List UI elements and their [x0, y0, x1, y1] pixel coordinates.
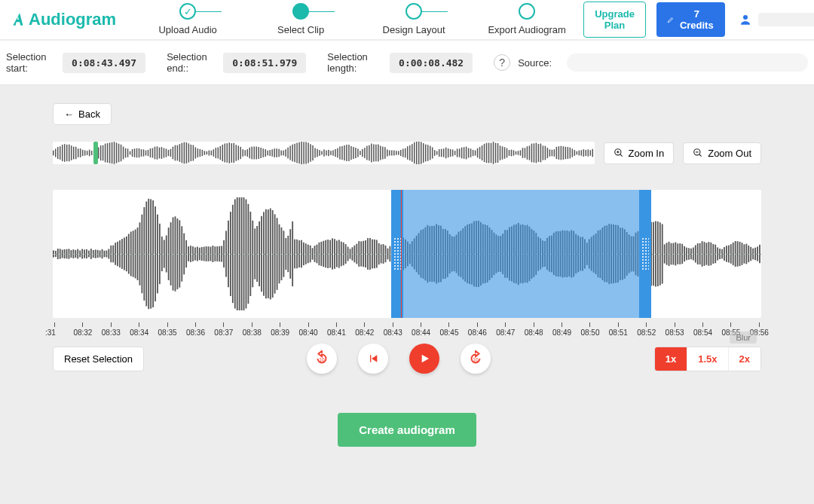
svg-rect-193 [486, 143, 487, 163]
forward-10-button[interactable]: 10 [461, 344, 491, 374]
svg-rect-184 [466, 147, 467, 160]
svg-rect-162 [416, 142, 417, 164]
svg-rect-171 [436, 151, 437, 155]
svg-rect-54 [173, 147, 173, 160]
svg-rect-163 [418, 142, 419, 164]
playback-speed-group: 1x 1.5x 2x [654, 347, 761, 371]
zoom-out-icon [693, 148, 703, 158]
step-check-icon [179, 3, 196, 20]
playback-controls: 10 10 [144, 344, 654, 374]
svg-rect-31 [121, 145, 121, 161]
selection-length-label: Selection length: [327, 51, 382, 74]
playhead[interactable] [401, 190, 402, 318]
zoom-out-button[interactable]: Zoom Out [683, 142, 761, 164]
svg-rect-177 [450, 149, 451, 157]
svg-rect-79 [229, 142, 230, 163]
svg-rect-130 [344, 145, 344, 160]
step-design-layout[interactable]: Design Layout [357, 0, 470, 35]
svg-rect-43 [148, 150, 148, 156]
play-button[interactable] [409, 344, 439, 374]
pencil-icon [667, 15, 675, 24]
selection-region[interactable] [391, 190, 651, 318]
svg-rect-230 [570, 148, 571, 159]
svg-rect-25 [107, 143, 108, 163]
svg-rect-117 [314, 148, 315, 158]
play-icon [418, 353, 430, 365]
svg-rect-42 [145, 151, 146, 156]
svg-rect-84 [240, 147, 240, 159]
svg-rect-161 [414, 142, 415, 163]
svg-rect-4 [60, 146, 60, 160]
svg-rect-35 [130, 151, 130, 155]
source-area: ? Source: [494, 53, 808, 72]
step-select-clip[interactable]: Select Clip [244, 0, 357, 35]
svg-rect-181 [459, 148, 460, 157]
selection-handle-right[interactable] [639, 190, 651, 318]
svg-rect-238 [588, 149, 589, 156]
step-export-audiogram[interactable]: Export Audiogram [470, 0, 583, 35]
svg-rect-145 [378, 145, 378, 162]
zoom-in-button[interactable]: Zoom In [604, 142, 675, 164]
selection-start-label: Selection start: [6, 51, 55, 74]
brand-text: Audiogram [29, 10, 116, 29]
svg-rect-197 [495, 143, 496, 163]
credits-button[interactable]: 7 Credits [656, 2, 725, 37]
svg-rect-155 [400, 150, 401, 156]
user-area[interactable] [739, 13, 814, 26]
brand-logo: Audiogram [11, 10, 116, 29]
svg-rect-59 [184, 142, 185, 163]
svg-rect-13 [80, 148, 81, 157]
overview-thumb[interactable] [93, 142, 98, 164]
skip-previous-button[interactable] [358, 344, 388, 374]
svg-rect-239 [590, 150, 591, 155]
svg-rect-112 [303, 142, 304, 163]
svg-rect-39 [139, 148, 139, 157]
svg-rect-100 [276, 148, 277, 157]
svg-rect-23 [103, 145, 103, 161]
svg-rect-83 [237, 145, 238, 160]
selection-end-value: 0:08:51.979 [223, 53, 306, 73]
svg-rect-240 [592, 149, 593, 157]
svg-rect-8 [69, 145, 69, 162]
svg-rect-38 [136, 148, 137, 157]
overview-waveform[interactable] [53, 142, 595, 164]
svg-rect-29 [116, 142, 117, 163]
source-help-icon[interactable]: ? [494, 54, 510, 71]
svg-rect-227 [563, 146, 564, 160]
skip-previous-icon [367, 353, 379, 365]
upgrade-plan-button[interactable]: Upgrade Plan [583, 2, 646, 38]
svg-rect-158 [407, 146, 408, 160]
svg-rect-104 [285, 149, 286, 157]
svg-rect-128 [339, 146, 340, 159]
svg-rect-62 [191, 145, 191, 161]
svg-rect-65 [197, 148, 198, 157]
svg-rect-209 [522, 148, 523, 158]
svg-rect-70 [209, 151, 210, 156]
back-button[interactable]: ← Back [53, 103, 112, 125]
svg-rect-115 [310, 144, 311, 161]
svg-rect-123 [328, 150, 329, 156]
waveform-area[interactable] [53, 190, 761, 318]
rewind-10-button[interactable]: 10 [307, 344, 337, 374]
speed-2x-button[interactable]: 2x [728, 347, 760, 371]
svg-rect-152 [393, 151, 394, 156]
svg-rect-114 [308, 142, 308, 163]
reset-selection-button[interactable]: Reset Selection [53, 347, 144, 371]
step-upload-audio[interactable]: Upload Audio [131, 0, 244, 35]
svg-rect-96 [267, 151, 268, 156]
step-pending-icon [519, 3, 535, 20]
svg-rect-126 [335, 149, 335, 157]
svg-rect-55 [175, 145, 176, 161]
speed-1-5x-button[interactable]: 1.5x [687, 347, 727, 371]
svg-rect-58 [182, 143, 182, 163]
create-row: Create audiogram [53, 413, 761, 447]
svg-rect-45 [152, 148, 153, 158]
svg-rect-46 [155, 147, 155, 160]
svg-rect-131 [346, 145, 347, 161]
svg-rect-164 [421, 142, 421, 163]
create-audiogram-button[interactable]: Create audiogram [338, 413, 476, 447]
svg-rect-76 [222, 145, 223, 161]
speed-1x-button[interactable]: 1x [655, 347, 687, 371]
source-value-placeholder [567, 53, 808, 72]
svg-rect-153 [396, 151, 396, 155]
